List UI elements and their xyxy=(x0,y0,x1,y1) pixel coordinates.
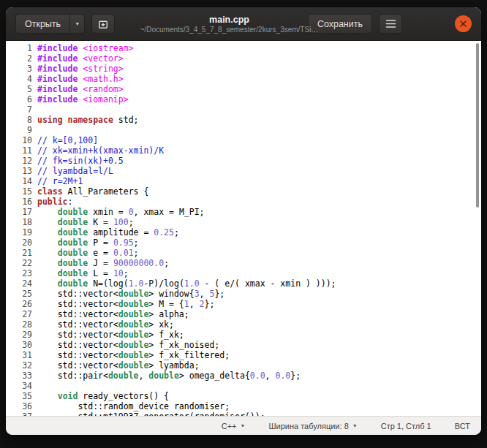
line-number: 20 xyxy=(6,238,32,248)
code-line: 34 xyxy=(6,381,481,391)
new-tab-icon xyxy=(97,18,109,30)
code-text: std::vector<double> xk; xyxy=(32,319,174,330)
language-label: C++ xyxy=(222,422,237,430)
headerbar[interactable]: Открыть ▼ main.cpp ~/Documents/3_4_5_7_8… xyxy=(6,7,481,41)
line-number: 14 xyxy=(6,176,32,186)
line-number: 15 xyxy=(6,186,32,197)
code-text: // r=2M+1 xyxy=(32,176,83,186)
code-line: 26 std::vector<double> M = {1, 2}; xyxy=(6,299,481,309)
cursor-position: Стр 1, Стлб 1 xyxy=(381,422,431,430)
code-text xyxy=(32,381,37,391)
code-text: std::vector<double> f_xk_filtered; xyxy=(32,350,230,360)
language-selector[interactable]: C++▼ xyxy=(222,422,246,430)
code-text: #include <random> xyxy=(32,84,124,94)
open-button[interactable]: Открыть xyxy=(15,14,70,34)
line-number: 24 xyxy=(6,278,32,289)
code-text: public: xyxy=(32,197,72,207)
menu-button[interactable] xyxy=(379,14,402,34)
code-text: #include <iomanip> xyxy=(32,94,129,105)
code-text xyxy=(32,125,37,135)
code-line: 33 std::pair<double, double> omega_delta… xyxy=(6,371,481,381)
code-line: 22 double J = 90000000.0; xyxy=(6,258,481,268)
code-line: 32 std::vector<double> lyambda; xyxy=(6,360,481,371)
text-editor[interactable]: 1#include <iostream>2#include <vector>3#… xyxy=(6,41,481,416)
line-number: 7 xyxy=(6,105,32,115)
line-number: 31 xyxy=(6,350,32,360)
code-lines: 1#include <iostream>2#include <vector>3#… xyxy=(6,43,481,416)
vertical-scrollbar[interactable] xyxy=(476,43,479,208)
line-number: 33 xyxy=(6,371,32,381)
line-number: 26 xyxy=(6,299,32,309)
code-line: 35 void ready_vectors() { xyxy=(6,391,481,401)
line-number: 6 xyxy=(6,94,32,105)
code-text: // k=[0,100] xyxy=(32,135,98,145)
code-text: // fk=sin(xk)+0.5 xyxy=(32,156,124,166)
code-line: 16public: xyxy=(6,197,481,207)
code-line: 28 std::vector<double> xk; xyxy=(6,319,481,330)
code-text: #include <math.h> xyxy=(32,74,124,84)
line-number: 37 xyxy=(6,411,32,416)
window-title-area: main.cpp ~/Documents/3_4_5_7_8_semester/… xyxy=(140,14,319,34)
line-number: 36 xyxy=(6,401,32,411)
code-line: 2#include <vector> xyxy=(6,53,481,64)
code-text: #include <iostream> xyxy=(32,43,134,53)
code-text: double K = 100; xyxy=(32,217,134,227)
code-text: double e = 0.01; xyxy=(32,248,139,258)
line-number: 1 xyxy=(6,43,32,53)
line-number: 3 xyxy=(6,64,32,74)
new-document-button[interactable] xyxy=(91,14,115,34)
code-text: // xk=xmin+k(xmax-xmin)/K xyxy=(32,145,164,156)
code-line: 8using namespace std; xyxy=(6,115,481,125)
open-recent-dropdown-button[interactable]: ▼ xyxy=(69,14,85,34)
chevron-down-icon: ▼ xyxy=(241,423,246,428)
line-number: 35 xyxy=(6,391,32,401)
line-number: 18 xyxy=(6,217,32,227)
line-number: 27 xyxy=(6,309,32,319)
code-line: 21 double e = 0.01; xyxy=(6,248,481,258)
code-text: double xmin = 0, xmax = M_PI; xyxy=(32,207,205,217)
insert-mode-indicator: ВСТ xyxy=(455,422,470,430)
code-text: #include <string> xyxy=(32,64,124,74)
code-text: double J = 90000000.0; xyxy=(32,258,169,268)
code-line: 37 std::mt19937 generator(randomiser()); xyxy=(6,411,481,416)
tab-width-label: Ширина табуляции: 8 xyxy=(268,422,348,430)
line-number: 22 xyxy=(6,258,32,268)
tab-width-selector[interactable]: Ширина табуляции: 8▼ xyxy=(268,422,357,430)
gedit-window: Открыть ▼ main.cpp ~/Documents/3_4_5_7_8… xyxy=(6,7,481,435)
code-text: std::vector<double> f_xk; xyxy=(32,330,184,340)
line-number: 2 xyxy=(6,53,32,64)
code-text: double P = 0.95; xyxy=(32,238,139,248)
code-line: 9 xyxy=(6,125,481,135)
chevron-down-icon: ▼ xyxy=(352,423,358,428)
code-text: double amplitude = 0.25; xyxy=(32,227,179,238)
code-text: std::vector<double> alpha; xyxy=(32,309,189,319)
document-path: ~/Documents/3_4_5_7_8_semester/2kurs_3se… xyxy=(140,25,319,34)
line-number: 34 xyxy=(6,381,32,391)
code-line: 23 double L = 10; xyxy=(6,268,481,278)
code-text: double N=(log(1.0-P)/log(1.0 - ( e/( xma… xyxy=(32,278,336,289)
chevron-down-icon: ▼ xyxy=(75,21,80,26)
line-number: 10 xyxy=(6,135,32,145)
code-line: 5#include <random> xyxy=(6,84,481,94)
code-text: #include <vector> xyxy=(32,53,124,64)
code-line: 36 std::random_device randomiser; xyxy=(6,401,481,411)
code-line: 10// k=[0,100] xyxy=(6,135,481,145)
code-text: void ready_vectors() { xyxy=(32,391,169,401)
code-text xyxy=(32,105,37,115)
line-number: 29 xyxy=(6,330,32,340)
line-number: 28 xyxy=(6,319,32,330)
code-text: // lyambdal=l/L xyxy=(32,166,113,176)
code-line: 20 double P = 0.95; xyxy=(6,238,481,248)
window-close-button[interactable] xyxy=(455,15,472,32)
line-number: 12 xyxy=(6,156,32,166)
line-number: 5 xyxy=(6,84,32,94)
code-text: std::vector<double> lyambda; xyxy=(32,360,200,371)
line-number: 25 xyxy=(6,289,32,299)
code-text: std::vector<double> M = {1, 2}; xyxy=(32,299,214,309)
code-line: 18 double K = 100; xyxy=(6,217,481,227)
code-text: std::vector<double> f_xk_noised; xyxy=(32,340,219,350)
code-line: 29 std::vector<double> f_xk; xyxy=(6,330,481,340)
line-number: 21 xyxy=(6,248,32,258)
code-line: 27 std::vector<double> alpha; xyxy=(6,309,481,319)
code-line: 15class All_Parameters { xyxy=(6,186,481,197)
